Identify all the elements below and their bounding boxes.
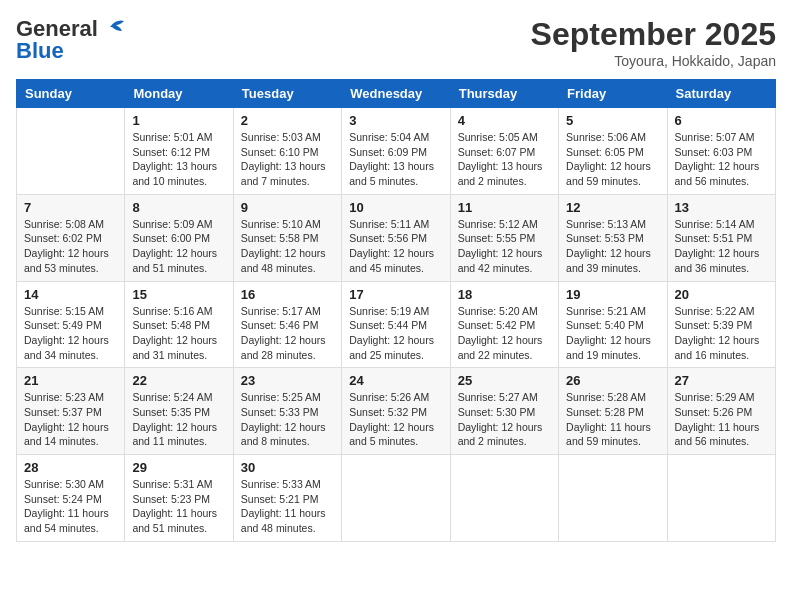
- calendar-cell: 7Sunrise: 5:08 AMSunset: 6:02 PMDaylight…: [17, 194, 125, 281]
- day-info: Sunrise: 5:19 AMSunset: 5:44 PMDaylight:…: [349, 304, 442, 363]
- logo-blue: Blue: [16, 38, 64, 64]
- day-info: Sunrise: 5:22 AMSunset: 5:39 PMDaylight:…: [675, 304, 768, 363]
- day-number: 13: [675, 200, 768, 215]
- calendar-cell: 4Sunrise: 5:05 AMSunset: 6:07 PMDaylight…: [450, 108, 558, 195]
- day-number: 24: [349, 373, 442, 388]
- day-number: 4: [458, 113, 551, 128]
- day-info: Sunrise: 5:28 AMSunset: 5:28 PMDaylight:…: [566, 390, 659, 449]
- day-info: Sunrise: 5:09 AMSunset: 6:00 PMDaylight:…: [132, 217, 225, 276]
- day-info: Sunrise: 5:06 AMSunset: 6:05 PMDaylight:…: [566, 130, 659, 189]
- day-number: 18: [458, 287, 551, 302]
- calendar-cell: 16Sunrise: 5:17 AMSunset: 5:46 PMDayligh…: [233, 281, 341, 368]
- day-info: Sunrise: 5:31 AMSunset: 5:23 PMDaylight:…: [132, 477, 225, 536]
- calendar-cell: 3Sunrise: 5:04 AMSunset: 6:09 PMDaylight…: [342, 108, 450, 195]
- calendar-week-4: 21Sunrise: 5:23 AMSunset: 5:37 PMDayligh…: [17, 368, 776, 455]
- day-number: 28: [24, 460, 117, 475]
- day-number: 14: [24, 287, 117, 302]
- calendar-cell: 11Sunrise: 5:12 AMSunset: 5:55 PMDayligh…: [450, 194, 558, 281]
- day-info: Sunrise: 5:07 AMSunset: 6:03 PMDaylight:…: [675, 130, 768, 189]
- calendar-cell: [559, 455, 667, 542]
- weekday-header-sunday: Sunday: [17, 80, 125, 108]
- day-number: 29: [132, 460, 225, 475]
- calendar-week-1: 1Sunrise: 5:01 AMSunset: 6:12 PMDaylight…: [17, 108, 776, 195]
- calendar-cell: 19Sunrise: 5:21 AMSunset: 5:40 PMDayligh…: [559, 281, 667, 368]
- location: Toyoura, Hokkaido, Japan: [531, 53, 776, 69]
- calendar-body: 1Sunrise: 5:01 AMSunset: 6:12 PMDaylight…: [17, 108, 776, 542]
- day-info: Sunrise: 5:33 AMSunset: 5:21 PMDaylight:…: [241, 477, 334, 536]
- page-header: General Blue September 2025 Toyoura, Hok…: [16, 16, 776, 69]
- day-number: 9: [241, 200, 334, 215]
- day-number: 8: [132, 200, 225, 215]
- weekday-header-wednesday: Wednesday: [342, 80, 450, 108]
- day-info: Sunrise: 5:21 AMSunset: 5:40 PMDaylight:…: [566, 304, 659, 363]
- calendar-cell: 30Sunrise: 5:33 AMSunset: 5:21 PMDayligh…: [233, 455, 341, 542]
- day-number: 22: [132, 373, 225, 388]
- day-info: Sunrise: 5:27 AMSunset: 5:30 PMDaylight:…: [458, 390, 551, 449]
- day-number: 2: [241, 113, 334, 128]
- weekday-header-thursday: Thursday: [450, 80, 558, 108]
- day-info: Sunrise: 5:01 AMSunset: 6:12 PMDaylight:…: [132, 130, 225, 189]
- calendar-cell: 28Sunrise: 5:30 AMSunset: 5:24 PMDayligh…: [17, 455, 125, 542]
- day-info: Sunrise: 5:13 AMSunset: 5:53 PMDaylight:…: [566, 217, 659, 276]
- calendar-cell: 24Sunrise: 5:26 AMSunset: 5:32 PMDayligh…: [342, 368, 450, 455]
- day-number: 30: [241, 460, 334, 475]
- calendar-cell: 13Sunrise: 5:14 AMSunset: 5:51 PMDayligh…: [667, 194, 775, 281]
- day-info: Sunrise: 5:25 AMSunset: 5:33 PMDaylight:…: [241, 390, 334, 449]
- calendar-cell: 26Sunrise: 5:28 AMSunset: 5:28 PMDayligh…: [559, 368, 667, 455]
- weekday-header-monday: Monday: [125, 80, 233, 108]
- day-number: 5: [566, 113, 659, 128]
- day-number: 16: [241, 287, 334, 302]
- day-number: 19: [566, 287, 659, 302]
- calendar-cell: 10Sunrise: 5:11 AMSunset: 5:56 PMDayligh…: [342, 194, 450, 281]
- day-number: 25: [458, 373, 551, 388]
- calendar-week-5: 28Sunrise: 5:30 AMSunset: 5:24 PMDayligh…: [17, 455, 776, 542]
- day-info: Sunrise: 5:17 AMSunset: 5:46 PMDaylight:…: [241, 304, 334, 363]
- day-number: 6: [675, 113, 768, 128]
- day-info: Sunrise: 5:14 AMSunset: 5:51 PMDaylight:…: [675, 217, 768, 276]
- day-number: 15: [132, 287, 225, 302]
- day-info: Sunrise: 5:23 AMSunset: 5:37 PMDaylight:…: [24, 390, 117, 449]
- day-number: 20: [675, 287, 768, 302]
- calendar-cell: 2Sunrise: 5:03 AMSunset: 6:10 PMDaylight…: [233, 108, 341, 195]
- day-number: 7: [24, 200, 117, 215]
- calendar-table: SundayMondayTuesdayWednesdayThursdayFrid…: [16, 79, 776, 542]
- weekday-header-tuesday: Tuesday: [233, 80, 341, 108]
- calendar-cell: 17Sunrise: 5:19 AMSunset: 5:44 PMDayligh…: [342, 281, 450, 368]
- calendar-header-row: SundayMondayTuesdayWednesdayThursdayFrid…: [17, 80, 776, 108]
- calendar-week-3: 14Sunrise: 5:15 AMSunset: 5:49 PMDayligh…: [17, 281, 776, 368]
- weekday-header-friday: Friday: [559, 80, 667, 108]
- day-number: 3: [349, 113, 442, 128]
- day-number: 10: [349, 200, 442, 215]
- calendar-cell: 27Sunrise: 5:29 AMSunset: 5:26 PMDayligh…: [667, 368, 775, 455]
- day-info: Sunrise: 5:10 AMSunset: 5:58 PMDaylight:…: [241, 217, 334, 276]
- calendar-cell: 20Sunrise: 5:22 AMSunset: 5:39 PMDayligh…: [667, 281, 775, 368]
- day-info: Sunrise: 5:04 AMSunset: 6:09 PMDaylight:…: [349, 130, 442, 189]
- calendar-cell: 6Sunrise: 5:07 AMSunset: 6:03 PMDaylight…: [667, 108, 775, 195]
- calendar-cell: 12Sunrise: 5:13 AMSunset: 5:53 PMDayligh…: [559, 194, 667, 281]
- day-info: Sunrise: 5:12 AMSunset: 5:55 PMDaylight:…: [458, 217, 551, 276]
- logo-bird-icon: [102, 17, 126, 37]
- calendar-cell: 1Sunrise: 5:01 AMSunset: 6:12 PMDaylight…: [125, 108, 233, 195]
- day-number: 12: [566, 200, 659, 215]
- calendar-cell: [342, 455, 450, 542]
- calendar-cell: [667, 455, 775, 542]
- day-info: Sunrise: 5:05 AMSunset: 6:07 PMDaylight:…: [458, 130, 551, 189]
- day-number: 11: [458, 200, 551, 215]
- day-info: Sunrise: 5:08 AMSunset: 6:02 PMDaylight:…: [24, 217, 117, 276]
- day-number: 26: [566, 373, 659, 388]
- title-area: September 2025 Toyoura, Hokkaido, Japan: [531, 16, 776, 69]
- calendar-cell: 9Sunrise: 5:10 AMSunset: 5:58 PMDaylight…: [233, 194, 341, 281]
- day-number: 27: [675, 373, 768, 388]
- calendar-week-2: 7Sunrise: 5:08 AMSunset: 6:02 PMDaylight…: [17, 194, 776, 281]
- day-info: Sunrise: 5:16 AMSunset: 5:48 PMDaylight:…: [132, 304, 225, 363]
- weekday-header-saturday: Saturday: [667, 80, 775, 108]
- calendar-cell: 21Sunrise: 5:23 AMSunset: 5:37 PMDayligh…: [17, 368, 125, 455]
- day-number: 21: [24, 373, 117, 388]
- calendar-cell: 15Sunrise: 5:16 AMSunset: 5:48 PMDayligh…: [125, 281, 233, 368]
- day-number: 17: [349, 287, 442, 302]
- calendar-cell: 22Sunrise: 5:24 AMSunset: 5:35 PMDayligh…: [125, 368, 233, 455]
- calendar-cell: 14Sunrise: 5:15 AMSunset: 5:49 PMDayligh…: [17, 281, 125, 368]
- calendar-cell: 29Sunrise: 5:31 AMSunset: 5:23 PMDayligh…: [125, 455, 233, 542]
- day-info: Sunrise: 5:26 AMSunset: 5:32 PMDaylight:…: [349, 390, 442, 449]
- calendar-cell: 23Sunrise: 5:25 AMSunset: 5:33 PMDayligh…: [233, 368, 341, 455]
